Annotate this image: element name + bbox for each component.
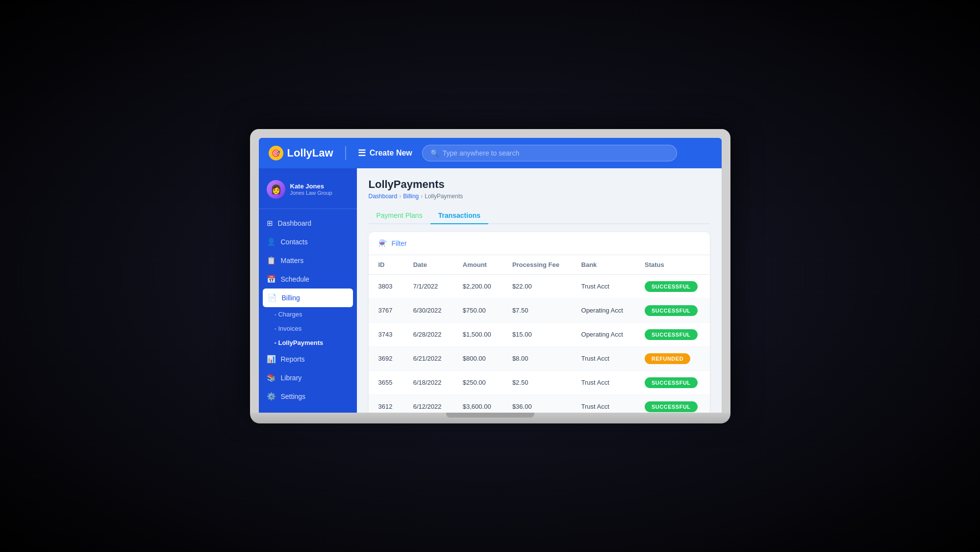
invoices-label: - Invoices bbox=[275, 325, 302, 332]
cell-id: 3767 bbox=[369, 298, 403, 322]
sidebar-item-reports[interactable]: 📊 Reports bbox=[259, 350, 357, 368]
cell-processing-fee: $15.00 bbox=[503, 322, 572, 346]
schedule-icon: 📅 bbox=[267, 275, 276, 284]
status-badge: REFUNDED bbox=[645, 353, 690, 364]
table-header-row: ID Date Amount Processing Fee Bank Statu… bbox=[369, 255, 710, 275]
cell-bank: Operating Acct bbox=[572, 298, 635, 322]
status-badge: SUCCESSFUL bbox=[645, 329, 698, 340]
search-input[interactable] bbox=[443, 149, 669, 157]
cell-date: 6/28/2022 bbox=[403, 322, 453, 346]
sidebar-item-billing[interactable]: 📄 Billing bbox=[263, 289, 353, 307]
cell-bank: Trust Acct bbox=[572, 370, 635, 394]
laptop-base bbox=[250, 413, 730, 423]
cell-id: 3743 bbox=[369, 322, 403, 346]
breadcrumb-current: LollyPayments bbox=[425, 193, 463, 200]
sidebar-item-schedule[interactable]: 📅 Schedule bbox=[259, 270, 357, 289]
cell-processing-fee: $7.50 bbox=[503, 298, 572, 322]
schedule-label: Schedule bbox=[281, 275, 309, 283]
cell-id: 3612 bbox=[369, 394, 403, 413]
filter-label[interactable]: Filter bbox=[392, 239, 407, 247]
settings-label: Settings bbox=[281, 393, 306, 400]
reports-icon: 📊 bbox=[267, 355, 276, 364]
library-label: Library bbox=[281, 374, 302, 382]
lollypayments-label: - LollyPayments bbox=[275, 339, 324, 346]
tab-payment-plans[interactable]: Payment Plans bbox=[369, 208, 430, 224]
top-nav: 🎯 LollyLaw ☰ Create New 🔍 bbox=[259, 138, 722, 168]
status-badge: SUCCESSFUL bbox=[645, 401, 698, 412]
cell-date: 6/30/2022 bbox=[403, 298, 453, 322]
user-company: Jones Law Group bbox=[290, 190, 349, 196]
cell-processing-fee: $8.00 bbox=[503, 346, 572, 370]
breadcrumb-dashboard[interactable]: Dashboard bbox=[369, 193, 398, 200]
search-icon: 🔍 bbox=[430, 149, 439, 157]
sidebar: 👩 Kate Jones Jones Law Group ⊞ Dashboard bbox=[259, 168, 357, 413]
table-card: ⚗️ Filter ID Date Amount Processing Fe bbox=[369, 232, 710, 413]
sidebar-item-contacts[interactable]: 👤 Contacts bbox=[259, 233, 357, 251]
sidebar-subitem-lollypayments[interactable]: - LollyPayments bbox=[259, 336, 357, 350]
cell-status: SUCCESSFUL bbox=[635, 394, 710, 413]
col-id: ID bbox=[369, 255, 403, 275]
status-badge: SUCCESSFUL bbox=[645, 377, 698, 388]
breadcrumb-billing[interactable]: Billing bbox=[403, 193, 419, 200]
contacts-icon: 👤 bbox=[267, 237, 276, 246]
settings-icon: ⚙️ bbox=[267, 392, 276, 401]
laptop-shell: 🎯 LollyLaw ☰ Create New 🔍 bbox=[250, 129, 730, 423]
col-amount: Amount bbox=[453, 255, 503, 275]
cell-id: 3692 bbox=[369, 346, 403, 370]
sidebar-item-matters[interactable]: 📋 Matters bbox=[259, 251, 357, 270]
table-row: 3655 6/18/2022 $250.00 $2.50 Trust Acct … bbox=[369, 370, 710, 394]
create-new-button[interactable]: ☰ Create New bbox=[358, 148, 412, 158]
dashboard-icon: ⊞ bbox=[267, 219, 273, 228]
cell-amount: $1,500.00 bbox=[453, 322, 503, 346]
billing-label: Billing bbox=[282, 294, 300, 302]
cell-status: SUCCESSFUL bbox=[635, 370, 710, 394]
search-bar[interactable]: 🔍 bbox=[422, 145, 677, 161]
sidebar-subitem-charges[interactable]: - Charges bbox=[259, 307, 357, 321]
table-row: 3767 6/30/2022 $750.00 $7.50 Operating A… bbox=[369, 298, 710, 322]
logo-area: 🎯 LollyLaw bbox=[269, 146, 333, 160]
page-content: LollyPayments Dashboard › Billing › Loll… bbox=[357, 168, 722, 413]
cell-date: 7/1/2022 bbox=[403, 274, 453, 298]
reports-label: Reports bbox=[281, 355, 305, 363]
cell-amount: $750.00 bbox=[453, 298, 503, 322]
sidebar-subitem-invoices[interactable]: - Invoices bbox=[259, 321, 357, 336]
matters-icon: 📋 bbox=[267, 256, 276, 265]
table-row: 3612 6/12/2022 $3,600.00 $36.00 Trust Ac… bbox=[369, 394, 710, 413]
sidebar-item-library[interactable]: 📚 Library bbox=[259, 368, 357, 387]
cell-id: 3655 bbox=[369, 370, 403, 394]
create-new-label: Create New bbox=[370, 149, 412, 158]
matters-label: Matters bbox=[281, 257, 304, 264]
logo-icon: 🎯 bbox=[269, 146, 283, 160]
sidebar-item-dashboard[interactable]: ⊞ Dashboard bbox=[259, 214, 357, 233]
sidebar-item-settings[interactable]: ⚙️ Settings bbox=[259, 387, 357, 406]
cell-bank: Trust Acct bbox=[572, 394, 635, 413]
user-info: Kate Jones Jones Law Group bbox=[290, 183, 349, 196]
cell-amount: $800.00 bbox=[453, 346, 503, 370]
cell-status: SUCCESSFUL bbox=[635, 322, 710, 346]
cell-bank: Trust Acct bbox=[572, 274, 635, 298]
cell-amount: $3,600.00 bbox=[453, 394, 503, 413]
user-profile: 👩 Kate Jones Jones Law Group bbox=[259, 176, 357, 209]
cell-date: 6/12/2022 bbox=[403, 394, 453, 413]
dashboard-label: Dashboard bbox=[278, 219, 312, 227]
table-row: 3803 7/1/2022 $2,200.00 $22.00 Trust Acc… bbox=[369, 274, 710, 298]
cell-status: REFUNDED bbox=[635, 346, 710, 370]
library-icon: 📚 bbox=[267, 373, 276, 382]
cell-processing-fee: $22.00 bbox=[503, 274, 572, 298]
breadcrumb-sep-1: › bbox=[399, 193, 401, 200]
tab-transactions[interactable]: Transactions bbox=[430, 208, 488, 224]
col-processing-fee: Processing Fee bbox=[503, 255, 572, 275]
breadcrumb-sep-2: › bbox=[421, 193, 423, 200]
cell-status: SUCCESSFUL bbox=[635, 274, 710, 298]
hamburger-icon: ☰ bbox=[358, 148, 366, 158]
filter-icon: ⚗️ bbox=[378, 239, 388, 248]
col-status: Status bbox=[635, 255, 710, 275]
breadcrumb: Dashboard › Billing › LollyPayments bbox=[369, 193, 710, 200]
transactions-table: ID Date Amount Processing Fee Bank Statu… bbox=[369, 255, 710, 413]
table-row: 3743 6/28/2022 $1,500.00 $15.00 Operatin… bbox=[369, 322, 710, 346]
status-badge: SUCCESSFUL bbox=[645, 281, 698, 292]
cell-processing-fee: $2.50 bbox=[503, 370, 572, 394]
cell-date: 6/18/2022 bbox=[403, 370, 453, 394]
logo-text: LollyLaw bbox=[287, 147, 333, 159]
user-name: Kate Jones bbox=[290, 183, 349, 190]
